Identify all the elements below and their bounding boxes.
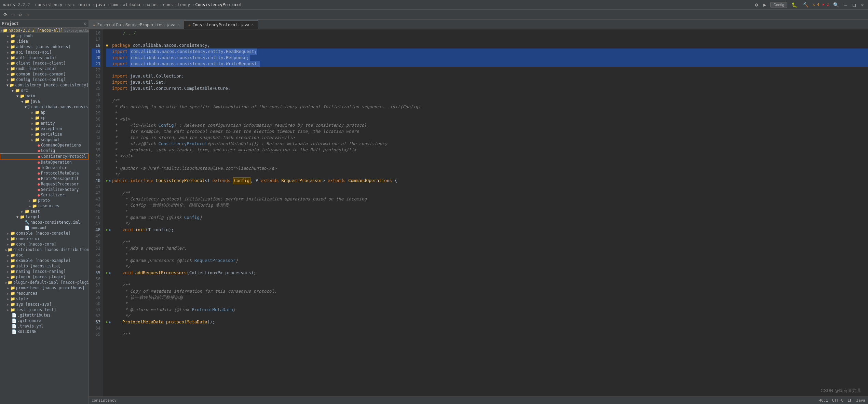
ProtocolMetaData-java-icon: ● xyxy=(38,171,40,176)
import-highlight-ReadRequest: com.alibaba.nacos.consistency.entity.Rea… xyxy=(130,48,258,55)
code-content[interactable]: /.../ ● package com.alibaba.nacos.consis… xyxy=(103,29,868,396)
sidebar-item-gitignore[interactable]: ▶ 📄 .gitignore xyxy=(0,318,89,323)
sidebar-item-ProtocolMetaData[interactable]: ▶ ● ProtocolMetaData xyxy=(0,170,89,176)
gear-icon[interactable]: ⚙ xyxy=(17,11,23,18)
ln-20: 20 xyxy=(92,55,100,61)
status-encoding: UTF-8 xyxy=(832,398,843,403)
sidebar-item-IdGenerator[interactable]: ▶ ● IdGenerator xyxy=(0,165,89,170)
close-icon[interactable]: ✕ xyxy=(860,2,865,8)
sidebar-item-cmdb[interactable]: ▶ 📁 cmdb [nacos-cmdb] xyxy=(0,66,89,71)
run-icon-line40[interactable]: ▶ ◉ xyxy=(106,178,112,184)
sidebar-item-SerializeFactory[interactable]: ▶ ● SerializeFactory xyxy=(0,187,89,192)
ln-54: 54 xyxy=(92,264,100,270)
sidebar-item-main[interactable]: ▼ 📁 main xyxy=(0,93,89,99)
sidebar-item-pom[interactable]: ▶ 📄 pom.xml xyxy=(0,225,89,231)
run-icon-line55[interactable]: ▶ ◉ xyxy=(106,270,112,276)
sidebar-item-style[interactable]: ▶ 📁 style xyxy=(0,296,89,302)
ln-50: 50 xyxy=(92,239,100,245)
Config-java-icon: ● xyxy=(38,149,40,153)
sidebar-item-ap[interactable]: ▶ 📁 ap xyxy=(0,110,89,115)
sidebar-item-CommandOperations[interactable]: ▶ ● CommandOperations xyxy=(0,142,89,148)
code-line-16: /.../ xyxy=(106,30,868,36)
sidebar-item-github[interactable]: ▶ 📁 .github xyxy=(0,33,89,39)
sidebar-item-RequestProcessor[interactable]: ▶ ● RequestProcessor xyxy=(0,181,89,187)
sidebar-item-BUILDING[interactable]: ▶ 📄 BUILDING xyxy=(0,329,89,334)
sidebar-item-naming[interactable]: ▶ 📁 naming [nacos-naming] xyxy=(0,269,89,274)
sidebar-item-console-ui[interactable]: ▶ 📁 console-ui xyxy=(0,236,89,241)
sidebar-item-idea[interactable]: ▶ 📁 .idea xyxy=(0,39,89,44)
app-name: nacos-2.2.2 xyxy=(3,2,30,7)
core-icon: 📁 xyxy=(10,242,15,247)
tab-ExternalDataSourceProperties[interactable]: ☕ ExternalDataSourceProperties.java ✕ xyxy=(89,20,184,29)
ln-33: 33 xyxy=(92,135,100,141)
sync-icon[interactable]: ⟳ xyxy=(2,11,9,18)
tab-consistency-close[interactable]: ✕ xyxy=(252,23,254,27)
ln-27: 27 xyxy=(92,98,100,104)
sidebar-item-test2[interactable]: ▶ 📁 test [nacos-test] xyxy=(0,307,89,312)
sidebar-item-target[interactable]: ▼ 📁 target xyxy=(0,214,89,220)
yellow-dot-icon: ● xyxy=(106,42,112,48)
sidebar-item-core[interactable]: ▶ 📁 core [nacos-core] xyxy=(0,241,89,247)
tab-ConsistencyProtocol[interactable]: ☕ ConsistencyProtocol.java ✕ xyxy=(184,20,258,29)
layout-icon[interactable]: ⊞ xyxy=(24,11,30,18)
sidebar-item-iml[interactable]: ▶ 🔧 nacos-consistency.iml xyxy=(0,220,89,225)
sidebar-item-example[interactable]: ▶ 📁 example [nacos-example] xyxy=(0,258,89,263)
status-bar: consistency 40:1 UTF-8 LF Java xyxy=(89,396,868,404)
build-icon[interactable]: 🔨 xyxy=(801,2,810,8)
sidebar-item-package[interactable]: ▼ ⬡ com.alibaba.nacos.consistency xyxy=(0,104,89,110)
ap-arrow: ▶ xyxy=(30,111,35,114)
sidebar-item-Config[interactable]: ▶ ● Config xyxy=(0,148,89,153)
minimize-icon[interactable]: — xyxy=(843,2,849,8)
sidebar-item-resources[interactable]: ▶ 📁 resources xyxy=(0,203,89,209)
sidebar-item-snapshot[interactable]: ▶ 📁 snapshot xyxy=(0,137,89,142)
sidebar-item-address[interactable]: ▶ 📁 address [nacos-address] xyxy=(0,44,89,50)
run-icon-line48[interactable]: ▶ ◉ xyxy=(106,227,112,233)
sidebar-item-distribution[interactable]: ▶ 📁 distribution [nacos-distribution] xyxy=(0,247,89,252)
settings-icon[interactable]: ⚙ xyxy=(754,2,759,8)
sidebar-item-plugin[interactable]: ▶ 📁 plugin [nacos-plugin] xyxy=(0,274,89,280)
sidebar-item-consistency[interactable]: ▼ 📁 consistency [nacos-consistency] xyxy=(0,82,89,88)
Serializer-java-icon: ● xyxy=(38,193,40,197)
sidebar-item-resources2[interactable]: ▶ 📁 resources xyxy=(0,291,89,296)
sidebar-item-doc[interactable]: ▶ 📁 doc xyxy=(0,252,89,258)
sidebar-item-entity[interactable]: ▶ 📁 entity xyxy=(0,121,89,126)
sidebar-item-travis[interactable]: ▶ 📄 .travis.yml xyxy=(0,323,89,329)
run-icon[interactable]: ▶ xyxy=(762,2,768,8)
sidebar-item-config[interactable]: ▶ 📁 config [nacos-config] xyxy=(0,77,89,82)
sidebar-item-Serializer[interactable]: ▶ ● Serializer xyxy=(0,192,89,198)
sidebar-item-auth[interactable]: ▶ 📁 auth [nacos-auth] xyxy=(0,55,89,60)
sidebar-item-prometheus[interactable]: ▶ 📁 prometheus [nacos-prometheus] xyxy=(0,285,89,291)
sidebar-item-src[interactable]: ▼ 📁 src xyxy=(0,88,89,93)
sidebar-item-DataOperation[interactable]: ▶ ● DataOperation xyxy=(0,159,89,165)
sidebar-item-common[interactable]: ▶ 📁 common [nacos-common] xyxy=(0,71,89,77)
debug-icon[interactable]: 🐛 xyxy=(790,2,799,8)
search-icon[interactable]: 🔍 xyxy=(832,2,840,8)
sidebar-item-exception[interactable]: ▶ 📁 exception xyxy=(0,126,89,131)
sidebar-item-proto[interactable]: ▶ 📁 proto xyxy=(0,198,89,203)
sidebar-gear-icon[interactable]: ⚙ xyxy=(84,21,86,26)
code-line-37: * xyxy=(106,159,868,165)
sidebar-item-cp[interactable]: ▶ 📁 cp xyxy=(0,115,89,121)
sidebar-item-ProtoMessageUtil[interactable]: ▶ ● ProtoMessageUtil xyxy=(0,176,89,181)
sidebar-item-sys[interactable]: ▶ 📁 sys [nacos-sys] xyxy=(0,302,89,307)
ln-24: 24 xyxy=(92,79,100,85)
target-folder-icon: 📁 xyxy=(20,214,25,219)
sidebar-item-serialize[interactable]: ▶ 📁 serialize xyxy=(0,131,89,137)
sidebar-item-client[interactable]: ▶ 📁 client [nacos-client] xyxy=(0,60,89,66)
run-config-button[interactable]: Config xyxy=(770,2,787,8)
sidebar-item-test[interactable]: ▶ 📁 test xyxy=(0,209,89,214)
sidebar-item-gitattributes[interactable]: ▶ 📄 .gitattributes xyxy=(0,312,89,318)
code-editor[interactable]: 16 17 18 19 20 21 22 23 24 25 26 27 28 2… xyxy=(89,29,868,396)
ln-32: 32 xyxy=(92,128,100,135)
tab-external-close[interactable]: ✕ xyxy=(177,23,180,27)
sidebar-item-console[interactable]: ▶ 📁 console [nacos-console] xyxy=(0,231,89,236)
sidebar-item-istio[interactable]: ▶ 📁 istio [nacos-istio] xyxy=(0,263,89,269)
collapse-all-icon[interactable]: ⊟ xyxy=(10,11,16,18)
sidebar-item-java[interactable]: ▼ 📁 java xyxy=(0,99,89,104)
tree-root[interactable]: ▼ 📁 nacos-2.2.2 [nacos-all] E:\projectCo… xyxy=(0,28,89,33)
run-icon-line63[interactable]: ▶ ◉ xyxy=(106,319,112,325)
sidebar-item-plugin-default[interactable]: ▶ 📁 plugin-default-impl [nacos-plugin-de… xyxy=(0,280,89,285)
sidebar-item-api[interactable]: ▶ 📁 api [nacos-api] xyxy=(0,50,89,55)
maximize-icon[interactable]: □ xyxy=(851,2,857,8)
sidebar-item-ConsistencyProtocol[interactable]: ▶ ● ConsistencyProtocol xyxy=(0,153,89,159)
